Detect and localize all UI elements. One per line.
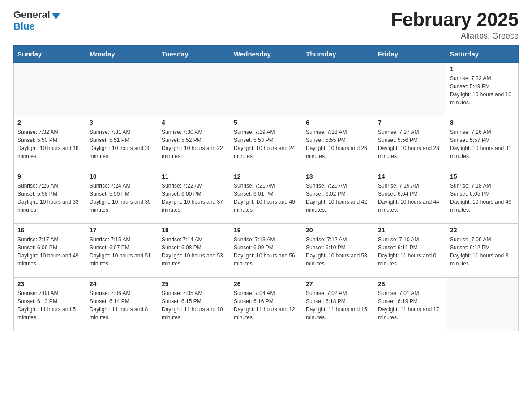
day-info: Sunrise: 7:12 AMSunset: 6:10 PMDaylight:… [306, 235, 370, 268]
calendar-cell [158, 63, 230, 116]
day-info: Sunrise: 7:32 AMSunset: 5:49 PMDaylight:… [450, 74, 515, 107]
calendar-cell: 2Sunrise: 7:32 AMSunset: 5:50 PMDaylight… [14, 116, 86, 170]
day-number: 6 [306, 119, 370, 126]
day-number: 19 [234, 227, 298, 234]
calendar-cell [86, 63, 158, 116]
day-info: Sunrise: 7:02 AMSunset: 6:18 PMDaylight:… [306, 289, 370, 321]
calendar-cell: 26Sunrise: 7:04 AMSunset: 6:16 PMDayligh… [230, 278, 302, 331]
calendar-week-row: 2Sunrise: 7:32 AMSunset: 5:50 PMDaylight… [14, 116, 519, 170]
day-number: 9 [17, 173, 82, 180]
day-number: 28 [378, 280, 442, 287]
calendar-cell: 15Sunrise: 7:18 AMSunset: 6:05 PMDayligh… [446, 170, 519, 224]
weekday-header-sunday: Sunday [14, 46, 86, 63]
day-info: Sunrise: 7:01 AMSunset: 6:19 PMDaylight:… [378, 289, 442, 321]
calendar-cell: 9Sunrise: 7:25 AMSunset: 5:58 PMDaylight… [14, 170, 86, 224]
day-number: 10 [90, 173, 154, 180]
day-info: Sunrise: 7:05 AMSunset: 6:15 PMDaylight:… [162, 289, 226, 321]
calendar-cell: 21Sunrise: 7:10 AMSunset: 6:11 PMDayligh… [374, 224, 446, 278]
weekday-header-monday: Monday [86, 46, 158, 63]
day-number: 11 [162, 173, 226, 180]
weekday-header-wednesday: Wednesday [230, 46, 302, 63]
calendar-cell: 12Sunrise: 7:21 AMSunset: 6:01 PMDayligh… [230, 170, 302, 224]
calendar-cell: 20Sunrise: 7:12 AMSunset: 6:10 PMDayligh… [302, 224, 374, 278]
day-number: 27 [306, 280, 370, 287]
calendar-cell: 6Sunrise: 7:28 AMSunset: 5:55 PMDaylight… [302, 116, 374, 170]
day-info: Sunrise: 7:31 AMSunset: 5:51 PMDaylight:… [90, 128, 154, 160]
day-info: Sunrise: 7:13 AMSunset: 6:09 PMDaylight:… [234, 235, 298, 268]
day-number: 14 [378, 173, 442, 180]
day-number: 17 [90, 227, 154, 234]
day-number: 12 [234, 173, 298, 180]
day-number: 8 [450, 119, 515, 126]
day-info: Sunrise: 7:20 AMSunset: 6:02 PMDaylight:… [306, 182, 370, 214]
day-info: Sunrise: 7:30 AMSunset: 5:52 PMDaylight:… [162, 128, 226, 160]
day-number: 24 [90, 280, 154, 287]
day-number: 2 [17, 119, 82, 126]
logo: General Blue [13, 9, 60, 32]
calendar-week-row: 1Sunrise: 7:32 AMSunset: 5:49 PMDaylight… [14, 63, 519, 116]
calendar-cell [302, 63, 374, 116]
calendar-cell [230, 63, 302, 116]
calendar-cell: 17Sunrise: 7:15 AMSunset: 6:07 PMDayligh… [86, 224, 158, 278]
calendar-cell: 27Sunrise: 7:02 AMSunset: 6:18 PMDayligh… [302, 278, 374, 331]
day-info: Sunrise: 7:22 AMSunset: 6:00 PMDaylight:… [162, 182, 226, 214]
day-info: Sunrise: 7:09 AMSunset: 6:12 PMDaylight:… [450, 235, 515, 268]
day-info: Sunrise: 7:18 AMSunset: 6:05 PMDaylight:… [450, 182, 515, 214]
day-info: Sunrise: 7:17 AMSunset: 6:06 PMDaylight:… [17, 235, 82, 268]
calendar-cell: 23Sunrise: 7:08 AMSunset: 6:13 PMDayligh… [14, 278, 86, 331]
day-info: Sunrise: 7:27 AMSunset: 5:56 PMDaylight:… [378, 128, 442, 160]
calendar-cell: 14Sunrise: 7:19 AMSunset: 6:04 PMDayligh… [374, 170, 446, 224]
page-header: General Blue February 2025 Aliartos, Gre… [13, 9, 519, 41]
calendar-cell: 22Sunrise: 7:09 AMSunset: 6:12 PMDayligh… [446, 224, 519, 278]
calendar-cell [374, 63, 446, 116]
calendar-week-row: 9Sunrise: 7:25 AMSunset: 5:58 PMDaylight… [14, 170, 519, 224]
calendar-cell: 8Sunrise: 7:26 AMSunset: 5:57 PMDaylight… [446, 116, 519, 170]
day-number: 22 [450, 227, 515, 234]
calendar-cell: 7Sunrise: 7:27 AMSunset: 5:56 PMDaylight… [374, 116, 446, 170]
calendar-cell: 24Sunrise: 7:06 AMSunset: 6:14 PMDayligh… [86, 278, 158, 331]
title-section: February 2025 Aliartos, Greece [391, 9, 519, 41]
calendar-cell: 28Sunrise: 7:01 AMSunset: 6:19 PMDayligh… [374, 278, 446, 331]
calendar-cell: 1Sunrise: 7:32 AMSunset: 5:49 PMDaylight… [446, 63, 519, 116]
day-info: Sunrise: 7:19 AMSunset: 6:04 PMDaylight:… [378, 182, 442, 214]
calendar-cell: 11Sunrise: 7:22 AMSunset: 6:00 PMDayligh… [158, 170, 230, 224]
day-info: Sunrise: 7:29 AMSunset: 5:53 PMDaylight:… [234, 128, 298, 160]
day-info: Sunrise: 7:28 AMSunset: 5:55 PMDaylight:… [306, 128, 370, 160]
calendar-week-row: 23Sunrise: 7:08 AMSunset: 6:13 PMDayligh… [14, 278, 519, 331]
day-info: Sunrise: 7:06 AMSunset: 6:14 PMDaylight:… [90, 289, 154, 321]
day-number: 3 [90, 119, 154, 126]
calendar-table: SundayMondayTuesdayWednesdayThursdayFrid… [13, 45, 519, 331]
day-info: Sunrise: 7:15 AMSunset: 6:07 PMDaylight:… [90, 235, 154, 268]
day-number: 4 [162, 119, 226, 126]
weekday-header-thursday: Thursday [302, 46, 374, 63]
calendar-cell: 13Sunrise: 7:20 AMSunset: 6:02 PMDayligh… [302, 170, 374, 224]
day-info: Sunrise: 7:14 AMSunset: 6:08 PMDaylight:… [162, 235, 226, 268]
day-number: 5 [234, 119, 298, 126]
day-info: Sunrise: 7:26 AMSunset: 5:57 PMDaylight:… [450, 128, 515, 160]
calendar-cell: 5Sunrise: 7:29 AMSunset: 5:53 PMDaylight… [230, 116, 302, 170]
logo-blue-text: Blue [13, 21, 35, 32]
day-number: 20 [306, 227, 370, 234]
day-number: 21 [378, 227, 442, 234]
day-number: 25 [162, 280, 226, 287]
day-number: 26 [234, 280, 298, 287]
calendar-week-row: 16Sunrise: 7:17 AMSunset: 6:06 PMDayligh… [14, 224, 519, 278]
calendar-cell: 18Sunrise: 7:14 AMSunset: 6:08 PMDayligh… [158, 224, 230, 278]
day-info: Sunrise: 7:08 AMSunset: 6:13 PMDaylight:… [17, 289, 82, 321]
calendar-header-row: SundayMondayTuesdayWednesdayThursdayFrid… [14, 46, 519, 63]
calendar-cell [14, 63, 86, 116]
logo-arrow-icon [51, 13, 60, 20]
day-number: 7 [378, 119, 442, 126]
day-info: Sunrise: 7:24 AMSunset: 5:59 PMDaylight:… [90, 182, 154, 214]
calendar-cell: 25Sunrise: 7:05 AMSunset: 6:15 PMDayligh… [158, 278, 230, 331]
calendar-cell: 10Sunrise: 7:24 AMSunset: 5:59 PMDayligh… [86, 170, 158, 224]
weekday-header-friday: Friday [374, 46, 446, 63]
day-info: Sunrise: 7:32 AMSunset: 5:50 PMDaylight:… [17, 128, 82, 160]
day-number: 15 [450, 173, 515, 180]
weekday-header-saturday: Saturday [446, 46, 519, 63]
calendar-cell: 16Sunrise: 7:17 AMSunset: 6:06 PMDayligh… [14, 224, 86, 278]
day-number: 23 [17, 280, 82, 287]
day-number: 13 [306, 173, 370, 180]
calendar-cell: 4Sunrise: 7:30 AMSunset: 5:52 PMDaylight… [158, 116, 230, 170]
subtitle: Aliartos, Greece [391, 31, 519, 41]
